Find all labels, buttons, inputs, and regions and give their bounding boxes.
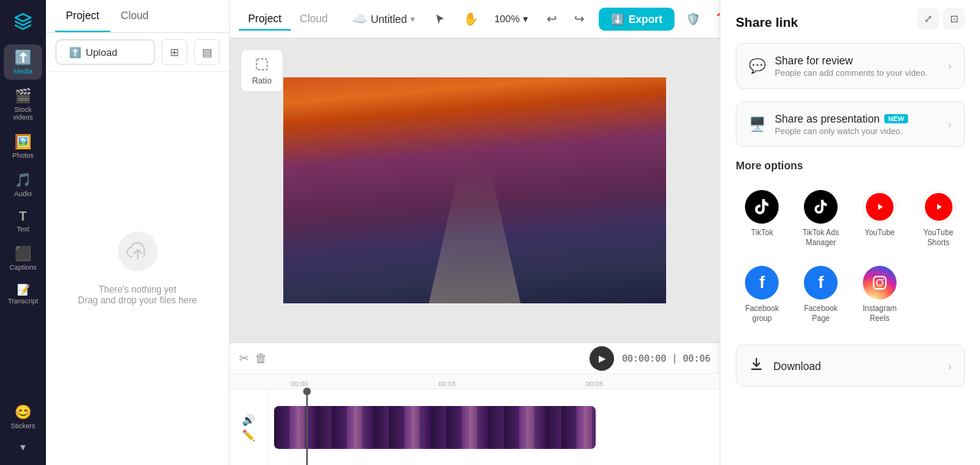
project-title-area: ☁️ Untitled ▾ [352,11,414,26]
sidebar-item-media[interactable]: ⬆️ Media [4,44,42,80]
facebook-page-label: Facebook Page [798,303,844,323]
share-review-text: Share for review People can add comments… [775,54,939,77]
facebook-page-icon: f [804,266,838,300]
svg-rect-1 [256,59,267,70]
scissor-icon[interactable]: ✂ [239,351,249,365]
sidebar-item-stock[interactable]: 🎬 Stockvideos [4,83,42,126]
sidebar-item-audio[interactable]: 🎵 Audio [4,167,42,202]
social-item-youtube-shorts[interactable]: YouTube Shorts [912,184,965,254]
social-item-youtube[interactable]: YouTube [854,184,906,254]
sidebar-item-transcript[interactable]: 📝 Transcript [4,279,42,309]
photo-icon: 🖼️ [15,133,31,150]
download-option[interactable]: Download › [736,345,965,387]
youtube-shorts-label: YouTube Shorts [915,228,962,247]
volume-icon[interactable]: 🔊 [242,414,255,426]
edit-icon[interactable]: ✏️ [242,429,255,441]
top-bar-tools: ✋ 100% ▾ ↩ ↪ [427,6,593,32]
youtube-label: YouTube [864,228,894,237]
canvas-image-content [283,77,666,303]
timeline-controls: ✂ 🗑 ▶ 00:00:00 | 00:06 ⤢ ⊡ [230,343,720,374]
social-item-facebook-group[interactable]: f Facebook group [736,260,789,329]
time-display: 00:00:00 | 00:06 [622,353,710,364]
clip-thumbnail-strip [274,406,596,449]
comment-icon: 💬 [749,57,766,74]
playhead [306,389,308,465]
export-button[interactable]: ⬇️ Export [599,8,675,31]
timeline-edit-tools: ⤢ ⊡ [917,8,965,29]
social-grid: TikTok TikTok Ads Manager YouTube [736,184,965,329]
pointer-tool-btn[interactable] [427,6,453,32]
sidebar-item-text[interactable]: T Text [4,205,42,237]
tab-project-main[interactable]: Project [239,8,291,31]
new-badge: NEW [884,114,908,123]
video-clip[interactable] [274,406,596,449]
more-options-title: More options [736,159,965,172]
sidebar-item-photos[interactable]: 🖼️ Photos [4,129,42,164]
project-tabs: Project Cloud [239,8,337,31]
share-panel: Share link 💬 Share for review People can… [720,0,980,465]
app-logo[interactable] [9,8,37,35]
text-icon: T [19,210,27,224]
top-bar: Project Cloud ☁️ Untitled ▾ ✋ 100% ▾ ↩ ↪ [230,0,720,38]
sidebar-item-stickers[interactable]: 😊 Stickers [4,399,42,434]
tab-cloud[interactable]: Cloud [110,0,160,32]
chevron-down-icon[interactable]: ▾ [410,14,415,25]
list-view-btn[interactable]: ▤ [194,39,220,65]
share-presentation-option[interactable]: 🖥️ Share as presentation NEW People can … [736,101,965,147]
tab-cloud-main[interactable]: Cloud [291,8,338,31]
layout-btn[interactable]: ⊡ [943,8,965,29]
playhead-head [303,388,311,395]
ruler-mark-6: 00:06 [586,380,603,388]
chevron-right-icon: › [948,360,952,372]
social-item-tiktok[interactable]: TikTok [736,184,789,254]
upload-icon: ⬆️ [15,49,31,66]
stickers-icon: 😊 [15,404,31,421]
download-icon [749,356,764,375]
tiktok-icon [745,190,779,224]
ratio-label: Ratio [252,76,272,85]
zoom-display[interactable]: 100% ▾ [488,10,534,28]
share-review-desc: People can add comments to your video. [775,68,939,77]
track-controls: 🔊 ✏️ [230,389,268,465]
canvas-area: Ratio [230,38,720,342]
ruler-mark-0: 00:00 [291,380,309,388]
tiktok-ads-label: TikTok Ads Manager [798,228,844,247]
presentation-icon: 🖥️ [749,116,766,133]
share-review-option[interactable]: 💬 Share for review People can add commen… [736,43,965,89]
tab-project[interactable]: Project [55,0,110,32]
left-sidebar: ⬆️ Media 🎬 Stockvideos 🖼️ Photos 🎵 Audio… [0,0,46,465]
sidebar-item-captions[interactable]: ⬛ Captions [4,241,42,276]
grid-view-btn[interactable]: ⊞ [162,39,188,65]
chevron-right-icon: › [948,60,952,72]
upload-button[interactable]: ⬆️ Upload [55,39,155,65]
shield-icon-btn[interactable]: 🛡️ [681,7,705,31]
canvas-preview [283,77,666,303]
undo-btn[interactable]: ↩ [539,6,565,32]
expand-btn[interactable]: ⤢ [917,8,939,29]
svg-point-5 [877,280,883,286]
main-area: Project Cloud ☁️ Untitled ▾ ✋ 100% ▾ ↩ ↪ [230,0,720,465]
chevron-down-icon: ▾ [523,13,528,25]
timeline-area: ✂ 🗑 ▶ 00:00:00 | 00:06 ⤢ ⊡ 00:00 00:03 0… [230,342,720,465]
redo-btn[interactable]: ↪ [567,6,593,32]
delete-icon[interactable]: 🗑 [255,352,267,365]
hand-tool-btn[interactable]: ✋ [458,6,484,32]
social-item-facebook-page[interactable]: f Facebook Page [795,260,848,329]
social-item-instagram-reels[interactable]: Instagram Reels [854,260,906,329]
ratio-button[interactable]: Ratio [240,49,283,92]
sidebar-expand-btn[interactable]: ▼ [4,437,42,457]
social-item-tiktok-ads[interactable]: TikTok Ads Manager [795,184,848,254]
facebook-group-label: Facebook group [739,303,786,323]
tiktok-ads-icon [804,190,838,224]
empty-state: There's nothing yet Drag and drop your f… [46,72,229,465]
cloud-icon: ☁️ [352,11,368,26]
chevron-down-icon: ▼ [18,442,28,453]
video-icon: 🎬 [15,87,31,104]
share-presentation-desc: People can only watch your video. [775,126,939,136]
undo-redo-group: ↩ ↪ [539,6,593,32]
instagram-reels-icon [863,266,897,300]
audio-icon: 🎵 [15,172,31,188]
timeline-ruler: 00:00 00:03 00:06 [230,374,720,389]
play-button[interactable]: ▶ [590,346,614,371]
upload-cloud-icon [118,231,158,278]
